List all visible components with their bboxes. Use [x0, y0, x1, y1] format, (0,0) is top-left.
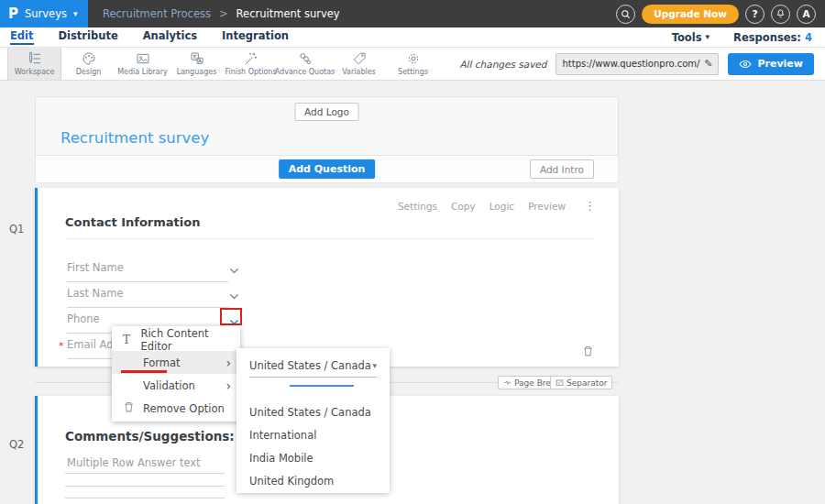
field-options-chevron-icon[interactable]	[228, 289, 240, 301]
help-button[interactable]: ?	[745, 5, 764, 24]
edit-url-pencil-icon[interactable]: ✎	[704, 58, 712, 70]
menu-item-validation[interactable]: Validation ›	[112, 374, 240, 397]
questionpro-logo-icon: P	[8, 7, 18, 21]
phone-format-select[interactable]: United States / Canada ▾	[249, 359, 377, 378]
survey-url-input[interactable]	[562, 59, 700, 69]
toolbar-right: All changes saved ✎ Preview	[459, 48, 825, 80]
bell-icon	[776, 8, 786, 19]
field-label[interactable]: Last Name	[67, 287, 124, 300]
separator-icon	[556, 378, 564, 387]
search-button[interactable]	[616, 5, 635, 24]
q1-action-links: Settings Copy Logic Preview ⋮	[398, 199, 596, 213]
tab-edit[interactable]: Edit	[10, 29, 34, 45]
q2-answer-line	[65, 498, 225, 499]
chain-links-icon	[298, 51, 313, 66]
format-submenu: United States / Canada ▾ United States /…	[236, 348, 390, 493]
question-mark-icon: ?	[752, 8, 757, 19]
submenu-arrow-icon: ›	[226, 356, 231, 369]
add-logo-button[interactable]: Add Logo	[294, 103, 359, 121]
q1-title-divider	[65, 238, 594, 239]
breadcrumb-current: Recruitment survey	[236, 7, 340, 20]
eye-icon	[739, 60, 752, 69]
menu-item-rich-content-editor[interactable]: T Rich Content Editor	[112, 328, 240, 351]
separator-button[interactable]: Separator	[550, 376, 612, 389]
phone-format-selected-value: United States / Canada	[249, 359, 371, 372]
field-options-chevron-icon[interactable]	[228, 263, 240, 275]
trash-icon	[123, 400, 143, 416]
menu-item-format[interactable]: Format ›	[112, 351, 240, 374]
toolbar-item-finish-options[interactable]: Finish Options	[224, 48, 278, 80]
q1-copy-link[interactable]: Copy	[451, 201, 476, 212]
option-india-mobile[interactable]: India Mobile	[236, 446, 390, 469]
field-row-last-name: Last Name	[67, 285, 269, 311]
responses-count: 4	[805, 31, 812, 44]
tab-integration[interactable]: Integration	[222, 29, 289, 45]
top-bar: P Surveys ▾ Recruitment Process > Recrui…	[0, 0, 825, 27]
magic-wand-icon	[244, 51, 258, 66]
field-label[interactable]: First Name	[67, 261, 124, 274]
preview-button[interactable]: Preview	[728, 53, 814, 75]
tab-distribute[interactable]: Distribute	[59, 29, 118, 45]
breadcrumb-separator-icon: >	[219, 7, 228, 20]
field-context-menu: T Rich Content Editor Format › Validatio…	[112, 326, 240, 422]
toolbar-item-workspace[interactable]: Workspace	[7, 48, 61, 80]
kebab-menu-icon[interactable]: ⋮	[584, 199, 596, 213]
tab-analytics[interactable]: Analytics	[143, 29, 197, 45]
submenu-scroll-indicator	[290, 385, 354, 387]
trash-icon	[582, 345, 594, 357]
autosave-status: All changes saved	[459, 59, 546, 70]
question-number-q1: Q1	[9, 223, 24, 236]
menu-item-remove-option[interactable]: Remove Option	[112, 397, 240, 420]
chevron-down-icon: ▾	[372, 362, 377, 370]
rich-text-icon: T	[123, 334, 140, 346]
topbar-actions: Upgrade Now ? A	[616, 5, 825, 24]
avatar-initial: A	[802, 8, 809, 19]
tag-icon	[352, 51, 367, 66]
product-label: Surveys	[25, 7, 67, 20]
chevron-down-icon: ▾	[73, 10, 78, 18]
toolbar-item-languages[interactable]: Languages	[170, 48, 224, 80]
toolbar-item-media-library[interactable]: Media Library	[116, 48, 170, 80]
chevron-down-icon: ▾	[706, 33, 710, 41]
q2-answer-placeholder[interactable]: Multiple Row Answer text	[67, 456, 201, 469]
responses-link[interactable]: Responses: 4	[733, 31, 812, 44]
account-avatar[interactable]: A	[797, 5, 816, 24]
add-question-button[interactable]: Add Question	[279, 159, 376, 179]
survey-header-card: Add Logo Recruitment survey	[35, 96, 619, 156]
image-icon	[136, 51, 150, 66]
toolbar-item-design[interactable]: Design	[61, 48, 116, 80]
toolbar-item-settings[interactable]: Settings	[386, 48, 440, 80]
toolbar-item-advance-quotas[interactable]: Advance Quotas	[278, 48, 332, 80]
survey-actions-row: Add Question Add Intro	[35, 156, 619, 183]
upgrade-now-button[interactable]: Upgrade Now	[642, 5, 739, 24]
product-switcher[interactable]: P Surveys ▾	[0, 0, 88, 27]
survey-title[interactable]: Recruitment survey	[60, 129, 209, 147]
tools-label: Tools	[672, 31, 702, 44]
breadcrumb-parent[interactable]: Recruitment Process	[103, 7, 211, 20]
annotation-red-box	[220, 308, 242, 325]
nav-right: Tools ▾ Responses: 4	[672, 31, 825, 44]
field-label[interactable]: Phone	[67, 312, 100, 325]
delete-question-button[interactable]	[582, 344, 595, 357]
field-underline	[67, 307, 228, 308]
toolbar-item-variables[interactable]: Variables	[332, 48, 386, 80]
q1-logic-link[interactable]: Logic	[490, 201, 514, 212]
phone-format-options: United States / Canada International Ind…	[236, 400, 390, 492]
search-icon	[621, 9, 631, 19]
q1-settings-link[interactable]: Settings	[398, 201, 437, 212]
add-intro-button[interactable]: Add Intro	[530, 159, 594, 179]
tools-dropdown[interactable]: Tools ▾	[672, 31, 710, 44]
q1-preview-link[interactable]: Preview	[528, 201, 566, 212]
palette-icon	[82, 51, 96, 66]
q1-title[interactable]: Contact Information	[65, 215, 200, 229]
option-united-states-canada[interactable]: United States / Canada	[236, 400, 390, 423]
q2-title[interactable]: Comments/Suggestions:	[65, 429, 235, 444]
option-united-kingdom[interactable]: United Kingdom	[236, 469, 390, 492]
option-international[interactable]: International	[236, 423, 390, 446]
gear-icon	[406, 51, 421, 66]
q2-answer-line	[65, 473, 225, 474]
survey-url-field[interactable]: ✎	[556, 53, 719, 75]
notifications-button[interactable]	[771, 5, 790, 24]
responses-label: Responses:	[733, 31, 801, 44]
q2-answer-line	[65, 486, 225, 487]
